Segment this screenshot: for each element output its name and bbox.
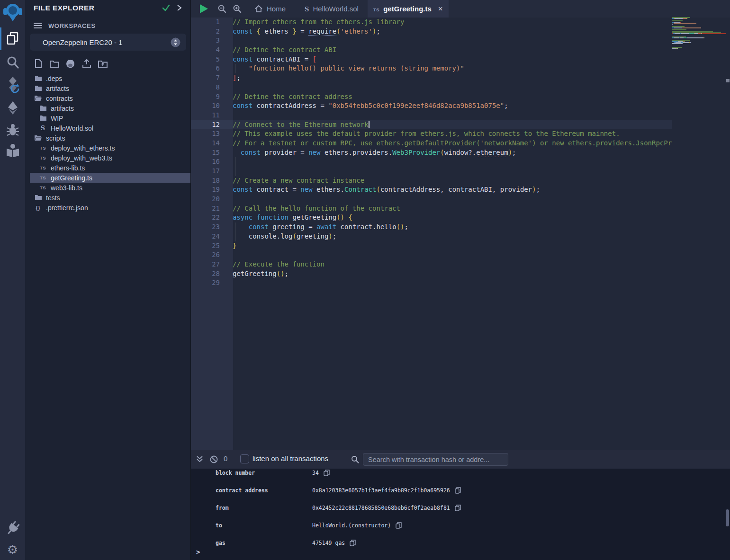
code-line-19[interactable]: 19const contract = new ethers.Contract(c… [191, 185, 672, 195]
copy-icon[interactable] [455, 487, 461, 494]
code-line-22[interactable]: 22async function getGreeting() { [191, 213, 672, 222]
tree-item-ethers-lib-ts[interactable]: TSethers-lib.ts [30, 163, 190, 173]
deploy-and-run-icon[interactable] [0, 100, 25, 116]
code-line-3[interactable]: 3 [191, 36, 672, 45]
plugin-manager-icon[interactable] [0, 520, 25, 537]
terminal-collapse-icon[interactable] [196, 455, 204, 463]
code-line-24[interactable]: 24 console.log(greeting); [191, 232, 672, 241]
line-number[interactable]: 27 [191, 260, 220, 269]
code-line-5[interactable]: 5const contractABI = [ [191, 55, 672, 64]
line-number[interactable]: 3 [191, 36, 220, 45]
code-line-4[interactable]: 4// Define the contract ABI [191, 45, 672, 55]
line-number[interactable]: 11 [191, 111, 220, 120]
tree-item-artifacts[interactable]: artifacts [30, 103, 190, 113]
code-line-25[interactable]: 25} [191, 241, 672, 251]
code-line-21[interactable]: 21// Call the hello function of the cont… [191, 204, 672, 213]
code-line-17[interactable]: 17 [191, 167, 672, 176]
line-number[interactable]: 4 [191, 45, 220, 55]
terminal-scrollbar-thumb[interactable] [726, 509, 729, 526]
code-line-29[interactable]: 29 [191, 278, 672, 288]
tree-item--deps[interactable]: .deps [30, 73, 190, 83]
code-line-10[interactable]: 10const contractAddress = "0xb54febb5c0c… [191, 101, 672, 111]
tree-item-tests[interactable]: tests [30, 193, 190, 203]
tree-item-deploy-with-ethers-ts[interactable]: TSdeploy_with_ethers.ts [30, 143, 190, 153]
zoom-out-icon[interactable] [217, 4, 226, 13]
overview-ruler-marker[interactable] [726, 79, 730, 82]
line-number[interactable]: 19 [191, 185, 220, 195]
copy-icon[interactable] [350, 540, 356, 546]
code-line-26[interactable]: 26 [191, 250, 672, 260]
check-icon[interactable] [162, 4, 171, 12]
line-number[interactable]: 15 [191, 148, 220, 158]
line-number[interactable]: 18 [191, 176, 220, 186]
new-file-icon[interactable] [32, 58, 44, 69]
file-explorer-icon[interactable] [0, 30, 25, 46]
tree-item-helloworld-sol[interactable]: SHelloWorld.sol [30, 123, 190, 133]
tree-item-contracts[interactable]: contracts [30, 93, 190, 103]
copy-icon[interactable] [396, 522, 402, 529]
line-number[interactable]: 25 [191, 241, 220, 251]
code-line-16[interactable]: 16 [191, 157, 672, 167]
tree-item-getgreeting-ts[interactable]: TSgetGreeting.ts [30, 173, 190, 183]
tree-item-web3-lib-ts[interactable]: TSweb3-lib.ts [30, 183, 190, 193]
code-line-9[interactable]: 9// Define the contract address [191, 92, 672, 102]
tab-helloworld-sol[interactable]: SHelloWorld.sol [299, 0, 364, 18]
debugger-icon[interactable] [0, 123, 25, 137]
upload-file-icon[interactable] [81, 58, 92, 69]
line-number[interactable]: 20 [191, 195, 220, 204]
code-line-20[interactable]: 20 [191, 195, 672, 204]
line-number[interactable]: 23 [191, 222, 220, 232]
minimap[interactable] [672, 17, 726, 74]
settings-icon[interactable]: ⚙ [0, 543, 25, 556]
solidity-compiler-icon[interactable] [0, 76, 25, 97]
upload-folder-icon[interactable] [97, 58, 108, 69]
workspace-selector[interactable]: OpenZeppelin ERC20 - 1 [30, 34, 186, 51]
transaction-search-input[interactable] [363, 453, 508, 466]
line-number[interactable]: 22 [191, 213, 220, 222]
clear-console-icon[interactable] [210, 455, 218, 463]
code-line-8[interactable]: 8 [191, 83, 672, 92]
code-line-12[interactable]: 12// Connect to the Ethereum network [191, 120, 672, 130]
line-number[interactable]: 24 [191, 232, 220, 241]
line-number[interactable]: 13 [191, 129, 220, 139]
code-line-2[interactable]: 2const { ethers } = require('ethers'); [191, 27, 672, 36]
code-line-28[interactable]: 28getGreeting(); [191, 269, 672, 279]
code-line-13[interactable]: 13// This example uses the default provi… [191, 129, 672, 139]
code-line-18[interactable]: 18// Create a new contract instance [191, 176, 672, 186]
line-number[interactable]: 5 [191, 55, 220, 64]
line-number[interactable]: 12 [191, 120, 220, 130]
line-number[interactable]: 2 [191, 27, 220, 36]
clone-github-icon[interactable] [64, 58, 76, 69]
code-line-1[interactable]: 1// Import ethers from the ethers.js lib… [191, 18, 672, 27]
code-line-7[interactable]: 7]; [191, 73, 672, 83]
line-number[interactable]: 21 [191, 204, 220, 213]
line-number[interactable]: 9 [191, 92, 220, 102]
tab-getgreeting-ts[interactable]: TSgetGreeting.ts× [368, 0, 449, 18]
learneth-icon[interactable] [0, 143, 25, 158]
search-icon[interactable] [0, 55, 25, 70]
tree-item-wip[interactable]: WIP [30, 113, 190, 123]
tree-item-deploy-with-web3-ts[interactable]: TSdeploy_with_web3.ts [30, 153, 190, 163]
copy-icon[interactable] [455, 505, 461, 511]
code-line-15[interactable]: 15 const provider = new ethers.providers… [191, 148, 672, 158]
line-number[interactable]: 10 [191, 101, 220, 111]
chevron-right-icon[interactable] [176, 4, 182, 12]
line-number[interactable]: 26 [191, 250, 220, 260]
copy-icon[interactable] [324, 470, 330, 476]
tab-home[interactable]: Home [249, 0, 291, 18]
tree-item-scripts[interactable]: scripts [30, 133, 190, 143]
line-number[interactable]: 17 [191, 167, 220, 176]
close-tab-icon[interactable]: × [438, 5, 443, 13]
line-number[interactable]: 29 [191, 278, 220, 288]
line-number[interactable]: 28 [191, 269, 220, 279]
tree-item--prettierrc-json[interactable]: {}.prettierrc.json [30, 203, 190, 213]
code-line-23[interactable]: 23 const greeting = await contract.hello… [191, 222, 672, 232]
code-line-6[interactable]: 6 "function hello() public view returns … [191, 64, 672, 73]
tree-item-artifacts[interactable]: artifacts [30, 83, 190, 93]
line-number[interactable]: 16 [191, 157, 220, 167]
run-script-button[interactable] [198, 3, 209, 14]
line-number[interactable]: 7 [191, 73, 220, 83]
listen-checkbox[interactable] [240, 454, 249, 463]
line-number[interactable]: 8 [191, 83, 220, 92]
code-line-27[interactable]: 27// Execute the function [191, 260, 672, 269]
